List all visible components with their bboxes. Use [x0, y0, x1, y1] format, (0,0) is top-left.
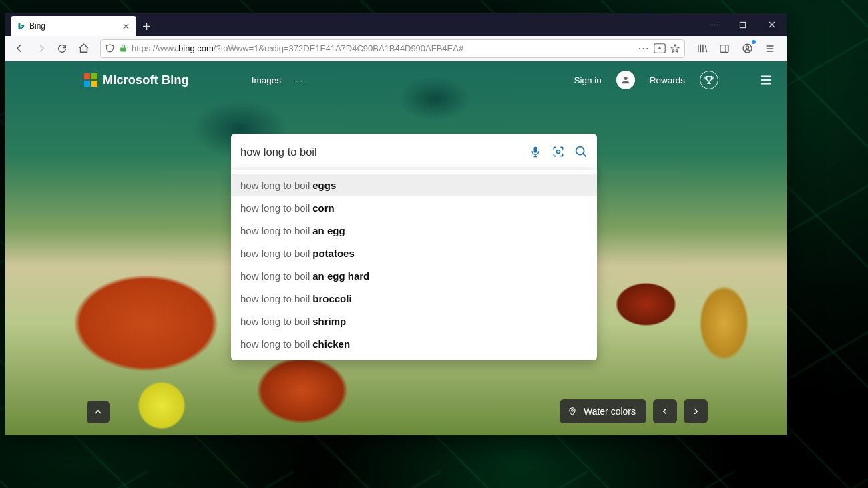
more-actions-icon[interactable]: ··· [638, 43, 650, 53]
search-box [231, 134, 597, 170]
suggestion-prefix: how long to boil [240, 248, 310, 259]
browser-toolbar: https://www.bing.com/?toWww=1&redig=372D… [5, 36, 787, 61]
reload-button[interactable] [52, 39, 72, 59]
account-avatar[interactable] [616, 71, 635, 89]
suggestion-prefix: how long to boil [240, 316, 310, 327]
rewards-link[interactable]: Rewards [650, 75, 685, 85]
shield-icon[interactable] [105, 43, 115, 53]
suggestion-completion: an egg [312, 225, 345, 236]
search-suggestion[interactable]: how long to boileggs [231, 174, 597, 196]
window-close-button[interactable] [757, 13, 787, 36]
suggestion-prefix: how long to boil [240, 270, 310, 282]
bing-header: Microsoft Bing Images ··· Sign in Reward… [5, 61, 787, 99]
voice-search-icon[interactable] [527, 144, 544, 160]
chevron-left-icon [660, 407, 670, 416]
lock-icon[interactable] [119, 44, 128, 53]
search-button[interactable] [573, 144, 589, 160]
svg-point-2 [658, 47, 660, 49]
tab-bing[interactable]: Bing [11, 16, 136, 36]
search-suggestion[interactable]: how long to boilpotatoes [231, 242, 597, 264]
nav-more-icon[interactable]: ··· [296, 75, 309, 85]
search-suggestion[interactable]: how long to boilshrimp [231, 310, 597, 332]
window-minimize-button[interactable] [698, 13, 728, 36]
bing-favicon-icon [16, 21, 25, 31]
tab-close-button[interactable] [120, 21, 131, 31]
image-caption: Water colors [584, 406, 636, 417]
trophy-icon [704, 75, 714, 85]
suggestion-prefix: how long to boil [240, 338, 310, 350]
hero-caption-bar: Water colors [560, 399, 708, 423]
person-icon [620, 75, 631, 85]
next-image-button[interactable] [684, 399, 708, 423]
search-suggestion[interactable]: how long to boilbroccoli [231, 287, 597, 310]
prev-image-button[interactable] [653, 399, 677, 423]
suggestion-prefix: how long to boil [240, 293, 310, 304]
browser-window: Bing [5, 13, 787, 435]
window-controls [698, 13, 787, 36]
chevron-up-icon [93, 407, 103, 417]
tab-title: Bing [29, 21, 116, 31]
microsoft-logo-icon [84, 73, 97, 87]
location-pin-icon [568, 407, 577, 416]
address-bar[interactable]: https://www.bing.com/?toWww=1&redig=372D… [100, 39, 685, 58]
suggestion-completion: chicken [312, 338, 350, 350]
suggestion-completion: an egg hard [312, 270, 369, 282]
chevron-right-icon [691, 407, 700, 416]
bing-menu-button[interactable] [758, 73, 773, 87]
expand-panel-button[interactable] [87, 401, 110, 423]
new-tab-button[interactable] [136, 16, 156, 36]
library-icon[interactable] [692, 39, 712, 59]
suggestion-completion: shrimp [312, 316, 346, 327]
app-menu-button[interactable] [760, 39, 780, 59]
image-info-button[interactable]: Water colors [560, 399, 646, 423]
bookmark-star-icon[interactable] [670, 43, 680, 54]
svg-point-5 [746, 46, 748, 49]
suggestion-completion: eggs [312, 180, 336, 191]
visual-search-icon[interactable] [550, 144, 566, 160]
page-content: Microsoft Bing Images ··· Sign in Reward… [5, 61, 787, 435]
tab-strip: Bing [5, 13, 787, 36]
microsoft-bing-logo[interactable]: Microsoft Bing [84, 73, 189, 87]
search-input[interactable] [240, 146, 521, 158]
search-suggestion[interactable]: how long to boilan egg hard [231, 264, 597, 287]
search-suggestions: how long to boileggshow long to boilcorn… [231, 170, 597, 360]
svg-point-6 [557, 150, 560, 154]
suggestion-completion: broccoli [312, 293, 351, 304]
account-icon[interactable] [737, 39, 757, 59]
toolbar-right [692, 39, 783, 59]
search-suggestion[interactable]: how long to boilchicken [231, 332, 597, 355]
suggestion-prefix: how long to boil [240, 180, 310, 191]
svg-point-7 [576, 147, 584, 155]
reader-icon[interactable] [654, 43, 666, 53]
url-text: https://www.bing.com/?toWww=1&redig=372D… [132, 43, 634, 53]
svg-point-8 [572, 409, 574, 411]
search-suggestion[interactable]: how long to boilan egg [231, 219, 597, 242]
nav-images[interactable]: Images [252, 75, 281, 85]
window-maximize-button[interactable] [728, 13, 757, 36]
home-button[interactable] [73, 39, 93, 59]
search-suggestion[interactable]: how long to boilcorn [231, 196, 597, 219]
brand-text: Microsoft Bing [103, 73, 189, 87]
svg-rect-0 [740, 22, 745, 27]
suggestion-completion: potatoes [312, 248, 355, 259]
back-button[interactable] [9, 39, 29, 59]
svg-rect-3 [720, 45, 728, 52]
rewards-badge[interactable] [700, 71, 718, 89]
suggestion-completion: corn [312, 202, 335, 214]
suggestion-prefix: how long to boil [240, 202, 310, 214]
search-container: how long to boileggshow long to boilcorn… [231, 134, 597, 360]
sign-in-link[interactable]: Sign in [574, 75, 601, 85]
sidebar-icon[interactable] [714, 39, 734, 59]
suggestion-prefix: how long to boil [240, 225, 310, 236]
forward-button[interactable] [31, 39, 51, 59]
